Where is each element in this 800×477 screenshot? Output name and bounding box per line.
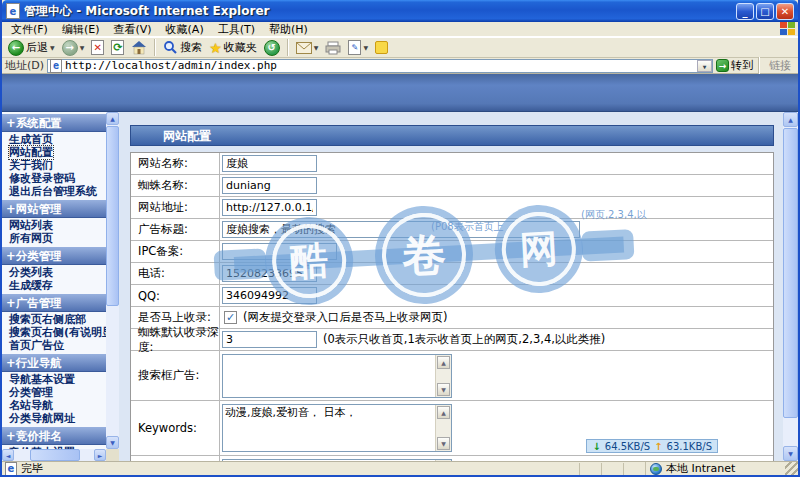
resize-grip[interactable] [785, 462, 798, 475]
sidebar-item-site-config[interactable]: 网站配置 [2, 146, 106, 159]
scroll-left-icon[interactable]: ◄ [2, 449, 14, 461]
history-button[interactable]: ↺ [262, 38, 282, 57]
maximize-button[interactable]: □ [756, 3, 774, 20]
forward-dropdown-icon[interactable]: ▼ [80, 44, 85, 51]
qq-input[interactable] [222, 287, 317, 304]
toolbar-separator [154, 39, 156, 56]
forward-button[interactable]: → ▼ [60, 38, 87, 57]
sidebar-item-nav-basic[interactable]: 导航基本设置 [2, 373, 106, 386]
mail-dropdown-icon[interactable]: ▼ [314, 44, 319, 51]
refresh-button[interactable]: ⟳ [109, 38, 126, 57]
menu-file[interactable]: 文件(F) [4, 22, 55, 37]
close-button[interactable]: ✕ [776, 3, 794, 20]
keywords-textarea[interactable]: 动漫,度娘,爱初音， 日本， ▲▼ [222, 404, 452, 452]
scroll-up-icon[interactable]: ▲ [437, 461, 450, 462]
messenger-icon [375, 41, 388, 54]
scrollbar-thumb[interactable] [30, 449, 80, 461]
back-dropdown-icon[interactable]: ▼ [50, 44, 55, 51]
sidebar-item-generate-home[interactable]: 生成首页 [2, 133, 106, 146]
sidebar-item-about-us[interactable]: 关于我们 [2, 159, 106, 172]
site-url-input[interactable] [222, 199, 317, 216]
sidebar-item-nav-urls[interactable]: 分类导航网址 [2, 412, 106, 425]
menu-help[interactable]: 帮助(H) [262, 22, 315, 37]
sidebar-item-change-password[interactable]: 修改登录密码 [2, 172, 106, 185]
toolbar-separator [287, 39, 289, 56]
scroll-down-icon[interactable]: ▼ [783, 446, 798, 461]
main-vertical-scrollbar[interactable]: ▲ ▼ [783, 112, 798, 461]
menu-view[interactable]: 查看(V) [106, 22, 158, 37]
scroll-up-icon[interactable]: ▲ [106, 112, 119, 125]
scroll-down-icon[interactable]: ▼ [106, 436, 119, 449]
sidebar-section-website[interactable]: +网站管理 [2, 200, 106, 218]
textarea-scrollbar[interactable]: ▲ [435, 460, 451, 462]
sidebar-item-label: 所有网页 [9, 232, 53, 245]
edit-icon: ✎ [348, 40, 361, 55]
sidebar-section-industry-nav[interactable]: +行业导航 [2, 354, 106, 372]
home-button[interactable] [129, 38, 149, 57]
sidebar-item-home-ad-slot[interactable]: 首页广告位 [2, 339, 106, 352]
scroll-down-icon[interactable]: ▼ [437, 437, 450, 450]
textarea-scrollbar[interactable]: ▲▼ [435, 405, 451, 451]
sidebar-item-site-list[interactable]: 网站列表 [2, 219, 106, 232]
instant-index-checkbox[interactable]: ✓ [224, 311, 237, 324]
phone-input[interactable] [222, 265, 317, 282]
sidebar-section-system[interactable]: +系统配置 [2, 114, 106, 132]
ipc-input[interactable] [222, 243, 337, 260]
description-textarea[interactable]: 度娘搜索，最萌的搜索引擎XXXX ▲ [222, 459, 452, 462]
sidebar-item-nav-category[interactable]: 分类管理 [2, 386, 106, 399]
scroll-up-icon[interactable]: ▲ [783, 112, 798, 127]
mail-button[interactable]: ▼ [294, 38, 321, 57]
textarea-scrollbar[interactable]: ▲▼ [435, 355, 451, 397]
edit-button[interactable]: ✎ ▼ [346, 38, 370, 57]
sidebar-item-label: 退出后台管理系统 [9, 185, 97, 198]
sidebar-item-all-pages[interactable]: 所有网页 [2, 232, 106, 245]
site-name-input[interactable] [222, 155, 317, 172]
scroll-down-icon[interactable]: ▼ [437, 383, 450, 396]
search-button[interactable]: 搜索 [161, 38, 204, 57]
scroll-up-icon[interactable]: ▲ [437, 356, 450, 369]
sidebar-item-search-right-note[interactable]: 搜索页右侧(有说明显示) [2, 326, 106, 339]
sidebar-item-label: 网站列表 [9, 219, 53, 232]
sidebar-item-famous-sites[interactable]: 名站导航 [2, 399, 106, 412]
sidebar-item-logout[interactable]: 退出后台管理系统 [2, 185, 106, 198]
print-icon [325, 41, 341, 55]
sidebar-section-ads[interactable]: +广告管理 [2, 294, 106, 312]
sidebar-horizontal-scrollbar[interactable]: ◄ ► [2, 449, 106, 461]
zone-text: 本地 Intranet [666, 461, 735, 476]
sidebar-section-category[interactable]: +分类管理 [2, 247, 106, 265]
print-button[interactable] [323, 38, 343, 57]
stop-button[interactable]: ✕ [89, 38, 106, 57]
messenger-button[interactable] [373, 38, 390, 57]
scroll-right-icon[interactable]: ► [94, 449, 106, 461]
spider-depth-input[interactable] [222, 331, 317, 348]
browser-window: e 管理中心 - Microsoft Internet Explorer _ □… [0, 0, 800, 477]
edit-dropdown-icon[interactable]: ▼ [363, 44, 368, 51]
form-title-bar: 网站配置 [130, 125, 774, 146]
spider-name-input[interactable] [222, 177, 317, 194]
links-label[interactable]: 链接 [765, 58, 795, 73]
field-label: IPC备案: [131, 241, 220, 262]
searchbox-ad-textarea[interactable]: ▲▼ [222, 354, 452, 398]
address-dropdown-icon[interactable]: ▼ [697, 60, 712, 72]
sidebar-item-category-list[interactable]: 分类列表 [2, 266, 106, 279]
favorites-label: 收藏夹 [224, 40, 257, 55]
sidebar-section-bidding[interactable]: +竞价排名 [2, 427, 106, 445]
scrollbar-thumb[interactable] [106, 126, 119, 306]
sidebar-item-generate-cache[interactable]: 生成缓存 [2, 279, 106, 292]
scroll-up-icon[interactable]: ▲ [437, 406, 450, 419]
sidebar-item-search-right-bottom[interactable]: 搜索页右侧底部 [2, 313, 106, 326]
main-frame: 网站配置 网站名称: 蜘蛛名称: 网站地址: 广告标 [119, 112, 798, 461]
favorites-button[interactable]: ★ 收藏夹 [207, 38, 259, 57]
minimize-button[interactable]: _ [736, 3, 754, 20]
status-segment [623, 463, 645, 475]
address-input[interactable]: e http://localhost/admin/index.php ▼ [47, 59, 713, 73]
back-button[interactable]: ← 后退 ▼ [6, 38, 57, 57]
sidebar-item-label: 生成缓存 [9, 279, 53, 292]
sidebar-vertical-scrollbar[interactable]: ▲ ▼ [106, 112, 119, 449]
menu-edit[interactable]: 编辑(E) [55, 22, 107, 37]
menu-tools[interactable]: 工具(T) [211, 22, 262, 37]
ad-title-input[interactable] [222, 221, 580, 238]
go-button[interactable]: → 转到 [716, 58, 753, 73]
scrollbar-thumb[interactable] [783, 128, 798, 418]
menu-favorites[interactable]: 收藏(A) [159, 22, 211, 37]
